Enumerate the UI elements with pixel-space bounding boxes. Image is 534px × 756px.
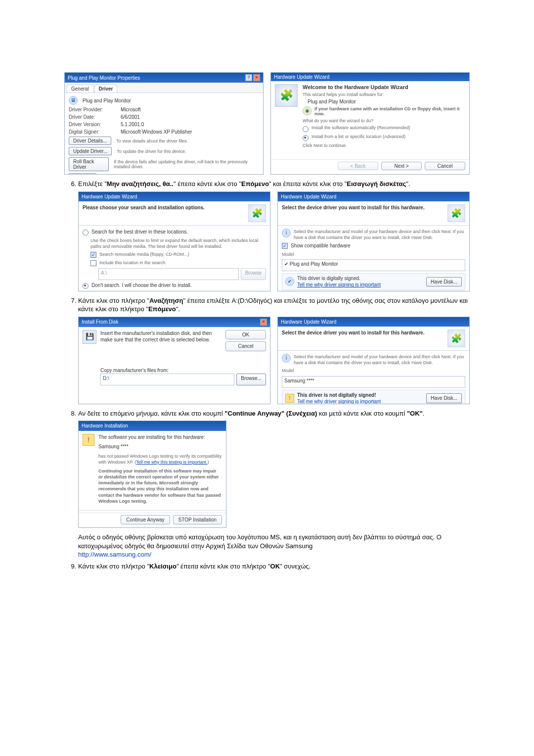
hwinst-link[interactable]: Tell me why this testing is important. (136, 460, 207, 465)
t: " συνεχώς. (280, 563, 311, 570)
unsigned-msg: This driver is not digitally signed! (297, 392, 376, 398)
ifd-instruction: Insert the manufacturer's installation d… (100, 330, 222, 343)
help-icon[interactable]: ? (245, 74, 252, 81)
radio-advanced[interactable] (303, 135, 309, 141)
dialog-title: Hardware Update Wizard (82, 193, 137, 200)
radio-dont-search[interactable] (83, 283, 89, 289)
signer-label: Digital Signer: (69, 129, 116, 135)
next-button[interactable]: Next > (381, 162, 422, 170)
signer-value: Microsoft Windows XP Publisher (121, 129, 192, 135)
cd-icon: ◉ (303, 106, 312, 115)
model-item-text: Plug and Play Monitor (290, 261, 338, 267)
t: Αν δείτε το επόμενο μήνυμα, κάντε κλικ σ… (78, 410, 224, 417)
hwinst-warning: Continuing your installation of this sof… (98, 468, 222, 504)
signing-link[interactable]: Tell me why driver signing is important (297, 282, 381, 287)
rollback-driver-desc: If the device fails after updating the d… (114, 159, 259, 169)
signed-msg: This driver is digitally signed. (297, 276, 360, 281)
radio-search-desc: Use the check boxes below to limit or ex… (90, 237, 266, 249)
wizard-device-name: Plug and Play Monitor (308, 99, 465, 104)
path-input: A:\ (98, 268, 239, 280)
ok-button[interactable]: OK (225, 330, 266, 340)
samsung-url[interactable]: http://www.samsung.com/ (78, 551, 151, 558)
browse-button[interactable]: Browse... (236, 374, 266, 385)
wizard-helps-label: This wizard helps you install software f… (303, 92, 465, 97)
rollback-driver-button[interactable]: Roll Back Driver (69, 157, 109, 171)
wizard-icon: 🧩 (275, 84, 298, 107)
model-item[interactable]: Samsung **** (284, 378, 314, 383)
radio-advanced-label: Install from a list or specific location… (312, 134, 405, 139)
wizard-sub: Select the manufacturer and model of you… (294, 229, 465, 240)
chk-compat-label: Show compatible hardware (291, 242, 351, 249)
tab-driver[interactable]: Driver (94, 85, 118, 93)
wizard-header: Select the device driver you want to ins… (282, 204, 444, 211)
dialog-titlebar: Hardware Update Wizard (79, 192, 270, 202)
stop-installation-button[interactable]: STOP Installation (173, 515, 222, 525)
back-button: < Back (338, 162, 378, 170)
tab-general[interactable]: General (67, 85, 93, 93)
wizard-search-dialog: Hardware Update Wizard Please choose you… (78, 191, 270, 291)
wizard-select-driver-dialog: Hardware Update Wizard Select the device… (277, 191, 470, 291)
info-icon: i (282, 354, 291, 363)
date-value: 6/6/2001 (121, 114, 140, 120)
wizard-icon: 🧩 (447, 204, 465, 222)
t: Αναζήτηση (149, 297, 183, 304)
model-item[interactable]: ✔ Plug and Play Monitor (284, 261, 338, 267)
device-name: Plug and Play Monitor (83, 98, 131, 103)
t: Επόμενο (241, 180, 269, 188)
signing-link[interactable]: Tell me why driver signing is important (297, 399, 381, 404)
model-list[interactable]: Samsung **** (282, 376, 465, 388)
t: " έπειτα κάντε κλικ στο " (174, 180, 241, 188)
close-icon[interactable]: × (260, 319, 267, 326)
have-disk-button[interactable]: Have Disk... (426, 277, 462, 287)
wizard-header: Please choose your search and installati… (83, 204, 244, 211)
cd-hint: If your hardware came with an installati… (314, 106, 465, 116)
dialog-title: Hardware Update Wizard (281, 193, 336, 200)
radio-search[interactable] (83, 230, 89, 236)
dialog-title: Install From Disk (82, 319, 118, 326)
cancel-button[interactable]: Cancel (225, 341, 266, 351)
wizard-icon: 🧩 (447, 330, 465, 347)
t: " και έπειτα κάντε κλικ στο " (269, 180, 347, 188)
have-disk-button[interactable]: Have Disk... (426, 393, 462, 403)
close-icon[interactable]: × (253, 74, 260, 81)
model-list[interactable]: ✔ Plug and Play Monitor (282, 259, 465, 271)
wizard-welcome-dialog: Hardware Update Wizard 🧩 Welcome to the … (270, 72, 470, 175)
chk-include-label: Include this location in the search: (99, 260, 167, 266)
path-combo[interactable]: D:\ (100, 374, 234, 385)
hwinst-line1: The software you are installing for this… (98, 434, 222, 441)
install-from-disk-dialog: Install From Disk × 💾 Insert the manufac… (78, 317, 270, 404)
hardware-installation-warning-dialog: Hardware Installation ! The software you… (78, 421, 226, 528)
t: "OK" (407, 410, 423, 417)
chk-include[interactable] (90, 260, 96, 266)
provider-label: Driver Provider: (69, 107, 116, 112)
floppy-icon: 💾 (83, 330, 96, 344)
cancel-button[interactable]: Cancel (425, 162, 465, 170)
update-driver-button[interactable]: Update Driver... (69, 147, 112, 155)
continue-anyway-button[interactable]: Continue Anyway (121, 515, 170, 525)
step-9: Κάντε κλικ στο πλήκτρο "Κλείσιμο" έπειτα… (78, 562, 470, 571)
dialog-titlebar: Plug and Play Monitor Properties ? × (65, 73, 263, 83)
driver-details-button[interactable]: Driver Details... (69, 137, 111, 145)
driver-properties-dialog: Plug and Play Monitor Properties ? × Gen… (64, 72, 264, 175)
radio-dont-label: Don't search. I will choose the driver t… (91, 282, 192, 289)
t: ". (176, 305, 180, 313)
dialog-titlebar: Hardware Update Wizard (271, 73, 469, 81)
chk-compat[interactable] (282, 243, 288, 249)
monitor-icon: 🖥 (69, 96, 78, 105)
chk-removable[interactable] (90, 252, 96, 258)
radio-auto[interactable] (303, 126, 309, 132)
wizard-select-driver-samsung-dialog: Hardware Update Wizard Select the device… (277, 317, 470, 404)
warn-icon: ! (285, 394, 294, 403)
hwinst-line2b: ) (207, 460, 209, 465)
driver-details-desc: To view details about the driver files. (116, 139, 188, 143)
warning-icon: ! (83, 434, 94, 446)
dialog-title: Hardware Installation (82, 423, 128, 429)
step-8: Αν δείτε το επόμενο μήνυμα, κάντε κλικ σ… (78, 409, 470, 559)
uninstall-button[interactable]: Uninstall (69, 173, 96, 175)
wizard-question: What do you want the wizard to do? (303, 118, 465, 123)
wizard-header: Select the device driver you want to ins… (282, 330, 444, 336)
model-label: Model (282, 251, 465, 257)
dialog-title: Hardware Update Wizard (274, 74, 329, 80)
update-driver-desc: To update the driver for this device. (117, 149, 186, 154)
dialog-title: Hardware Update Wizard (281, 319, 336, 326)
